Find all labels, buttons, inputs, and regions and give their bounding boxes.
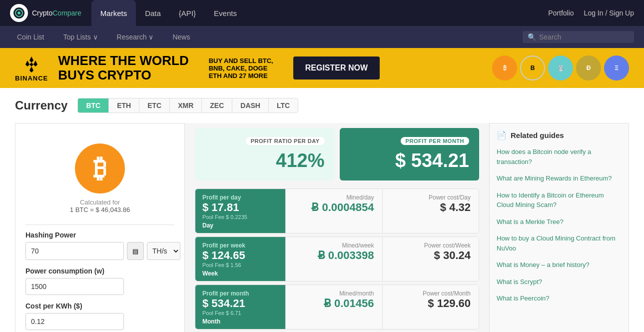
tab-btc[interactable]: BTC bbox=[78, 98, 109, 112]
mined-label: Mined/month bbox=[339, 290, 374, 297]
banner-headline: WHERE THE WORLD BUYS CRYPTO bbox=[58, 54, 188, 82]
profit-per-month-box: PROFIT PER MONTH $ 534.21 bbox=[340, 128, 480, 180]
portfolio-link[interactable]: Portfolio bbox=[548, 9, 574, 17]
row-period-cell: Profit per week $ 124.65 Pool Fee $ 1.56… bbox=[195, 237, 285, 281]
power-label: Power cost/Week bbox=[424, 242, 471, 249]
calculator-panel: ₿ Calculated for 1 BTC = $ 46,043.86 Has… bbox=[15, 123, 185, 332]
row-period-cell: Profit per month $ 534.21 Pool Fee $ 6.7… bbox=[195, 285, 285, 329]
hash-unit-select[interactable]: TH/s GH/s MH/s bbox=[147, 242, 180, 260]
period-pool-fee: Pool Fee $ 0.2235 bbox=[202, 214, 278, 220]
nav-tab-markets[interactable]: Markets bbox=[91, 0, 136, 26]
eth-coin-icon: Ξ bbox=[604, 56, 629, 80]
period-profit-value: $ 534.21 bbox=[202, 297, 278, 310]
mined-cell: Mined/week Ƀ 0.003398 bbox=[285, 237, 382, 281]
tab-xmr[interactable]: XMR bbox=[170, 98, 202, 112]
sec-nav-research[interactable]: Research ∨ bbox=[110, 26, 161, 48]
related-guides-header: 📄 Related guides bbox=[497, 130, 622, 140]
hash-unit-button[interactable]: ▤ bbox=[127, 242, 144, 260]
power-cost-cell: Power cost/Day $ 4.32 bbox=[382, 189, 479, 233]
logo-crypto-text: Crypto bbox=[32, 9, 52, 17]
power-cost-cell: Power cost/Month $ 129.60 bbox=[382, 285, 479, 329]
btc-coin-icon: ₿ bbox=[492, 56, 517, 80]
profit-month-label: PROFIT PER MONTH bbox=[401, 137, 469, 145]
related-guide-link[interactable]: What is Peercoin? bbox=[497, 294, 622, 304]
tab-ltc[interactable]: LTC bbox=[269, 98, 298, 112]
search-box: 🔍 bbox=[523, 31, 634, 43]
related-guide-link[interactable]: What are Mining Rewards in Ethereum? bbox=[497, 174, 622, 184]
profit-row-day: Profit per day $ 17.81 Pool Fee $ 0.2235… bbox=[195, 188, 479, 234]
search-input[interactable] bbox=[539, 33, 629, 41]
profit-per-day-box: PROFIT RATIO PER DAY 412% bbox=[195, 128, 335, 180]
hashing-power-label: Hashing Power bbox=[25, 231, 174, 239]
power-consumption-group: Power consumption (w) bbox=[25, 267, 174, 295]
hashing-power-group: Hashing Power ▤ TH/s GH/s MH/s bbox=[25, 231, 174, 260]
mined-cell: Mined/day Ƀ 0.0004854 bbox=[285, 189, 382, 233]
register-now-button[interactable]: REGISTER NOW bbox=[293, 56, 380, 80]
period-profit-label: Profit per month bbox=[202, 290, 278, 297]
power-cost-cell: Power cost/Week $ 30.24 bbox=[382, 237, 479, 281]
related-guide-link[interactable]: How does a Bitcoin node verify a transac… bbox=[497, 147, 622, 166]
profit-summary: PROFIT RATIO PER DAY 412% PROFIT PER MON… bbox=[195, 128, 479, 180]
period-badge: Month bbox=[202, 318, 278, 325]
tab-zec[interactable]: ZEC bbox=[202, 98, 232, 112]
mined-cell: Mined/month Ƀ 0.01456 bbox=[285, 285, 382, 329]
main-layout: ₿ Calculated for 1 BTC = $ 46,043.86 Has… bbox=[15, 123, 629, 332]
period-profit-label: Profit per week bbox=[202, 242, 278, 249]
top-nav-links: Markets Data {API} Events bbox=[91, 0, 548, 26]
calculated-for-label: Calculated for bbox=[80, 198, 120, 206]
hashing-power-input[interactable] bbox=[25, 242, 124, 260]
currency-tabs: BTC ETH ETC XMR ZEC DASH LTC bbox=[77, 98, 298, 113]
power-value: $ 4.32 bbox=[440, 201, 471, 214]
tab-etc[interactable]: ETC bbox=[139, 98, 170, 112]
banner-headline-text: WHERE THE WORLD BUYS CRYPTO bbox=[58, 54, 188, 82]
row-period-cell: Profit per day $ 17.81 Pool Fee $ 0.2235… bbox=[195, 189, 285, 233]
logo-compare-text: Compare bbox=[52, 9, 81, 17]
nav-tab-data[interactable]: Data bbox=[136, 0, 170, 26]
period-profit-value: $ 17.81 bbox=[202, 201, 278, 214]
related-guides-panel: 📄 Related guides How does a Bitcoin node… bbox=[489, 123, 629, 332]
tab-dash[interactable]: DASH bbox=[232, 98, 269, 112]
secondary-navigation: Coin List Top Lists ∨ Research ∨ News 🔍 bbox=[0, 26, 644, 48]
exchange-rate: 1 BTC = $ 46,043.86 bbox=[70, 206, 130, 214]
currency-header: Currency BTC ETH ETC XMR ZEC DASH LTC bbox=[15, 98, 629, 113]
mined-label: Mined/week bbox=[342, 242, 374, 249]
login-signup-link[interactable]: Log In / Sign Up bbox=[584, 9, 634, 17]
period-badge: Day bbox=[202, 222, 278, 229]
logo[interactable]: CryptoCompare bbox=[10, 4, 81, 22]
period-pool-fee: Pool Fee $ 1.56 bbox=[202, 262, 278, 268]
sec-nav-news[interactable]: News bbox=[165, 26, 197, 48]
related-guide-link[interactable]: What is Money – a brief history? bbox=[497, 260, 622, 270]
mined-value: Ƀ 0.003398 bbox=[318, 249, 374, 262]
nav-tab-api[interactable]: {API} bbox=[170, 0, 205, 26]
sec-nav-coinlist[interactable]: Coin List bbox=[10, 26, 51, 48]
cost-per-kwh-label: Cost per KWh ($) bbox=[25, 302, 174, 310]
tab-eth[interactable]: ETH bbox=[109, 98, 139, 112]
related-guide-link[interactable]: What is Scrypt? bbox=[497, 277, 622, 287]
svg-marker-7 bbox=[29, 62, 33, 66]
binance-icon bbox=[21, 54, 41, 74]
period-profit-value: $ 124.65 bbox=[202, 249, 278, 262]
binance-brand-text: BINANCE bbox=[15, 74, 48, 82]
sec-nav-toplists[interactable]: Top Lists ∨ bbox=[56, 26, 104, 48]
nav-tab-events[interactable]: Events bbox=[205, 0, 246, 26]
power-consumption-input[interactable] bbox=[25, 278, 124, 295]
cost-per-kwh-group: Cost per KWh ($) bbox=[25, 302, 174, 330]
results-panel: PROFIT RATIO PER DAY 412% PROFIT PER MON… bbox=[195, 123, 479, 332]
btc-icon-area: ₿ Calculated for 1 BTC = $ 46,043.86 bbox=[25, 134, 174, 218]
banner: BINANCE WHERE THE WORLD BUYS CRYPTO BUY … bbox=[0, 48, 644, 88]
svg-point-2 bbox=[17, 12, 20, 14]
banner-coins: ₿ B 🐰 Ð Ξ bbox=[492, 56, 629, 80]
related-guide-link[interactable]: What is a Merkle Tree? bbox=[497, 217, 622, 227]
profit-ratio-label: PROFIT RATIO PER DAY bbox=[246, 137, 325, 145]
doge-coin-icon: Ð bbox=[576, 56, 601, 80]
power-label: Power cost/Day bbox=[429, 194, 471, 201]
profit-month-value: $ 534.21 bbox=[395, 150, 469, 172]
related-guide-link[interactable]: How to Identify a Bitcoin or Ethereum Cl… bbox=[497, 190, 622, 210]
cake-coin-icon: 🐰 bbox=[548, 56, 573, 80]
related-guide-link[interactable]: How to buy a Cloud Mining Contract from … bbox=[497, 234, 622, 253]
period-pool-fee: Pool Fee $ 6.71 bbox=[202, 310, 278, 316]
mined-label: Mined/day bbox=[346, 194, 374, 201]
bnb-coin-icon: B bbox=[520, 56, 545, 80]
binance-logo: BINANCE bbox=[15, 54, 48, 82]
cost-per-kwh-input[interactable] bbox=[25, 313, 124, 330]
